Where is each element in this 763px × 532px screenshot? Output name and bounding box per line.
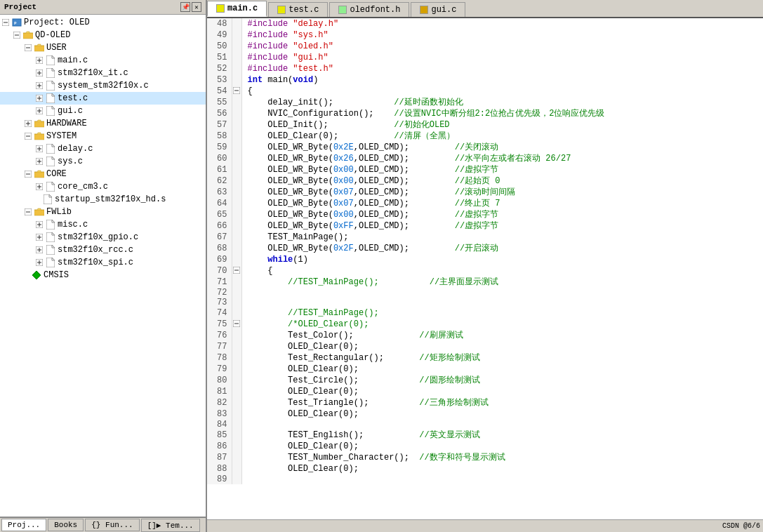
fold-marker[interactable]: [232, 86, 241, 97]
tree-item-6[interactable]: system_stm32f10x.c: [0, 79, 206, 92]
fold-marker[interactable]: [232, 319, 241, 330]
tree-item-19[interactable]: stm32f10x_rcc.c: [0, 244, 206, 256]
tree-toggle[interactable]: [22, 270, 31, 281]
code-content[interactable]: [241, 298, 763, 307]
tree-item-20[interactable]: stm32f10x_spi.c: [0, 256, 206, 269]
code-content[interactable]: OLED_WR_Byte(0x2E,OLED_CMD); //关闭滚动: [241, 142, 763, 153]
tree-toggle[interactable]: [34, 105, 45, 117]
code-content[interactable]: TEST_Number_Character(); //数字和符号显示测试: [241, 452, 763, 463]
tree-item-3[interactable]: USER: [0, 41, 206, 54]
code-content[interactable]: OLED_WR_Byte(0x26,OLED_CMD); //水平向左或者右滚动…: [241, 153, 763, 164]
tree-item-1[interactable]: PProject: OLED: [0, 16, 206, 29]
editor-tab-test-c[interactable]: test.c: [268, 2, 328, 17]
code-content[interactable]: Test_Rectangular(); //矩形绘制测试: [241, 352, 763, 364]
code-content[interactable]: TEST_MainPage();: [241, 232, 763, 243]
code-content[interactable]: #include "sys.h": [241, 29, 763, 41]
tree-toggle[interactable]: [34, 143, 45, 154]
code-content[interactable]: OLED_Clear(0);: [241, 364, 763, 375]
tree-toggle[interactable]: [34, 219, 45, 230]
code-content[interactable]: NVIC_Configuration(); //设置NVIC中断分组2:2位抢占…: [241, 108, 763, 119]
code-content[interactable]: delay_init(); //延时函数初始化: [241, 97, 763, 108]
tree-toggle[interactable]: [0, 17, 11, 28]
code-content[interactable]: {: [241, 265, 763, 277]
tree-item-2[interactable]: QD-OLED: [0, 29, 206, 41]
code-content[interactable]: //TEST_MainPage();: [241, 307, 763, 319]
tree-toggle[interactable]: [11, 29, 22, 41]
tree-toggle[interactable]: [34, 257, 45, 268]
tree-item-15[interactable]: startup_stm32f10x_hd.s: [0, 193, 206, 206]
code-content[interactable]: while(1): [241, 254, 763, 265]
tree-toggle[interactable]: [34, 232, 45, 243]
code-content[interactable]: OLED_WR_Byte(0x00,OLED_CMD); //起始页 0: [241, 175, 763, 187]
tree-item-11[interactable]: delay.c: [0, 142, 206, 155]
line-number: 64: [207, 198, 232, 209]
code-content[interactable]: Test_Color(); //刷屏测试: [241, 330, 763, 341]
fold-marker[interactable]: [232, 265, 241, 277]
tree-item-14[interactable]: core_cm3.c: [0, 180, 206, 193]
tree-toggle[interactable]: [22, 206, 34, 218]
code-content[interactable]: OLED_WR_Byte(0xFF,OLED_CMD); //虚拟字节: [241, 220, 763, 232]
tree-item-21[interactable]: CMSIS: [0, 269, 206, 281]
bottom-tab-fun[interactable]: {} Fun...: [85, 519, 139, 531]
code-content[interactable]: [241, 288, 763, 298]
code-content[interactable]: //TEST_MainPage(); //主界面显示测试: [241, 277, 763, 288]
file-icon: [45, 143, 56, 154]
editor-tab-oledfont-h[interactable]: oledfont.h: [329, 2, 409, 17]
code-content[interactable]: #include "oled.h": [241, 41, 763, 52]
tree-toggle[interactable]: [22, 131, 34, 142]
tree-toggle[interactable]: [34, 80, 45, 91]
code-content[interactable]: OLED_WR_Byte(0x2F,OLED_CMD); //开启滚动: [241, 243, 763, 254]
code-content[interactable]: OLED_Init(); //初始化OLED: [241, 119, 763, 131]
pin-button[interactable]: 📌: [180, 2, 190, 12]
tree-item-18[interactable]: stm32f10x_gpio.c: [0, 231, 206, 244]
code-content[interactable]: OLED_Clear(0); //清屏（全黑）: [241, 131, 763, 142]
tree-item-5[interactable]: stm32f10x_it.c: [0, 67, 206, 79]
code-content[interactable]: [241, 420, 763, 430]
tree-toggle[interactable]: [34, 244, 45, 255]
code-content[interactable]: #include "test.h": [241, 63, 763, 74]
tree-toggle[interactable]: [34, 156, 45, 167]
code-content[interactable]: Test_Circle(); //圆形绘制测试: [241, 375, 763, 386]
code-content[interactable]: [241, 474, 763, 484]
code-content[interactable]: OLED_Clear(0);: [241, 408, 763, 420]
tree-toggle[interactable]: [34, 67, 45, 79]
code-content[interactable]: OLED_WR_Byte(0x07,OLED_CMD); //滚动时间间隔: [241, 187, 763, 198]
code-content[interactable]: OLED_Clear(0);: [241, 441, 763, 452]
bottom-tab-books[interactable]: Books: [48, 519, 84, 531]
code-content[interactable]: #include "delay.h": [241, 18, 763, 29]
tree-item-13[interactable]: CORE: [0, 168, 206, 180]
panel-close-button[interactable]: ✕: [192, 2, 201, 12]
tree-toggle[interactable]: [34, 194, 42, 205]
code-content[interactable]: TEST_English(); //英文显示测试: [241, 430, 763, 441]
tree-toggle[interactable]: [34, 55, 45, 66]
tree-item-10[interactable]: SYSTEM: [0, 130, 206, 142]
code-content[interactable]: #include "gui.h": [241, 52, 763, 63]
tree-toggle[interactable]: [34, 181, 45, 192]
tree-toggle[interactable]: [22, 118, 34, 129]
tree-item-16[interactable]: FWLib: [0, 206, 206, 218]
tree-item-17[interactable]: misc.c: [0, 218, 206, 231]
tree-toggle[interactable]: [22, 168, 34, 180]
tree-item-4[interactable]: main.c: [0, 54, 206, 67]
bottom-tab-tem[interactable]: []▶ Tem...: [141, 519, 200, 532]
code-content[interactable]: Test_Triangle(); //三角形绘制测试: [241, 397, 763, 408]
code-content[interactable]: OLED_Clear(0);: [241, 341, 763, 352]
tree-toggle[interactable]: [22, 42, 34, 53]
code-content[interactable]: /*OLED_Clear(0);: [241, 319, 763, 330]
bottom-tab-proj[interactable]: Proj...: [1, 519, 46, 531]
code-area[interactable]: 48#include "delay.h"49#include "sys.h"50…: [207, 18, 763, 519]
tree-toggle[interactable]: [34, 93, 45, 104]
tree-item-12[interactable]: sys.c: [0, 155, 206, 168]
code-content[interactable]: OLED_WR_Byte(0x07,OLED_CMD); //终止页 7: [241, 198, 763, 209]
tree-item-8[interactable]: gui.c: [0, 105, 206, 117]
tree-item-9[interactable]: HARDWARE: [0, 117, 206, 130]
tree-item-7[interactable]: test.c: [0, 92, 206, 105]
code-content[interactable]: {: [241, 86, 763, 97]
editor-tab-main-c[interactable]: main.c: [207, 1, 267, 17]
editor-tab-gui-c[interactable]: gui.c: [411, 2, 465, 17]
code-content[interactable]: OLED_WR_Byte(0x00,OLED_CMD); //虚拟字节: [241, 209, 763, 220]
code-content[interactable]: int main(void): [241, 74, 763, 86]
code-content[interactable]: OLED_Clear(0);: [241, 463, 763, 474]
code-content[interactable]: OLED_WR_Byte(0x00,OLED_CMD); //虚拟字节: [241, 164, 763, 175]
code-content[interactable]: OLED_Clear(0);: [241, 386, 763, 397]
